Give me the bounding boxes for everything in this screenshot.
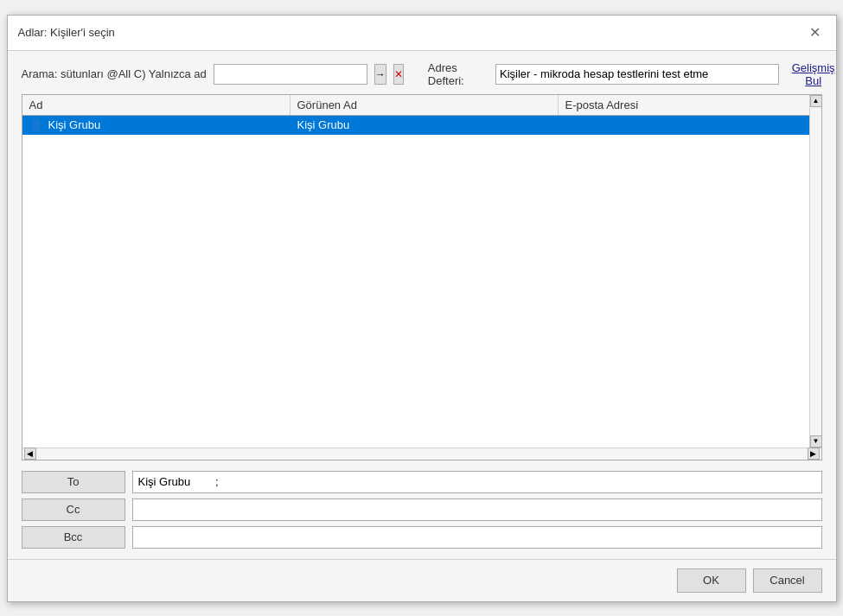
dialog-content: Arama: sütunları @All C) Yalnızca ad → ✕…: [8, 51, 836, 559]
bcc-button[interactable]: Bcc: [22, 526, 125, 549]
search-input[interactable]: [214, 64, 367, 85]
table-body[interactable]: 👤 Kişi Grubu Kişi Grubu: [22, 116, 809, 448]
ok-button[interactable]: OK: [677, 568, 746, 593]
bcc-row: Bcc: [22, 526, 822, 549]
search-label: Arama: sütunları @All C) Yalnızca ad: [22, 67, 207, 80]
address-book-label: Adres Defteri:: [428, 61, 489, 87]
dialog-footer: OK Cancel: [8, 559, 836, 601]
cc-row: Cc: [22, 499, 822, 521]
cc-button[interactable]: Cc: [22, 499, 125, 521]
row-gorunen-ad: Kişi Grubu: [297, 118, 565, 131]
search-clear-button[interactable]: ✕: [393, 64, 404, 85]
column-header-gorunen: Görünen Ad: [291, 95, 559, 115]
row-ad: Kişi Grubu: [48, 118, 101, 131]
scroll-right-button[interactable]: ▶: [808, 448, 820, 460]
dialog-title: Adlar: Kişiler'i seçin: [18, 26, 115, 39]
address-book-input[interactable]: [495, 64, 779, 85]
scroll-track: [810, 107, 821, 435]
column-header-ad: Ad: [22, 95, 291, 115]
vertical-scrollbar[interactable]: ▲ ▼: [809, 95, 821, 448]
bcc-input[interactable]: [132, 526, 822, 549]
to-button[interactable]: To: [22, 471, 125, 493]
table-row[interactable]: 👤 Kişi Grubu Kişi Grubu: [22, 116, 809, 135]
to-input[interactable]: [132, 471, 822, 493]
title-bar: Adlar: Kişiler'i seçin ✕: [8, 16, 836, 51]
cc-input[interactable]: [132, 499, 822, 521]
address-book-section: Adres Defteri: Gelişmiş Bul: [428, 61, 841, 87]
table-header: Ad Görünen Ad E-posta Adresi: [22, 95, 821, 116]
contacts-table: Ad Görünen Ad E-posta Adresi 👤 Kişi Grub…: [22, 94, 822, 460]
contact-icon: 👤: [29, 118, 43, 132]
search-go-button[interactable]: →: [374, 64, 386, 85]
scroll-up-button[interactable]: ▲: [810, 95, 822, 107]
select-names-dialog: Adlar: Kişiler'i seçin ✕ Arama: sütunlar…: [7, 15, 837, 602]
search-row: Arama: sütunları @All C) Yalnızca ad → ✕…: [22, 61, 822, 87]
horizontal-scrollbar[interactable]: ◀ ▶: [22, 448, 821, 460]
advanced-find-button[interactable]: Gelişmiş Bul: [786, 61, 841, 87]
column-header-eposta: E-posta Adresi: [559, 95, 821, 115]
scroll-left-button[interactable]: ◀: [24, 448, 36, 460]
scroll-down-button[interactable]: ▼: [810, 435, 822, 448]
close-button[interactable]: ✕: [805, 22, 826, 43]
recipient-section: To Cc Bcc: [22, 471, 822, 549]
to-row: To: [22, 471, 822, 493]
cancel-button[interactable]: Cancel: [753, 568, 822, 593]
